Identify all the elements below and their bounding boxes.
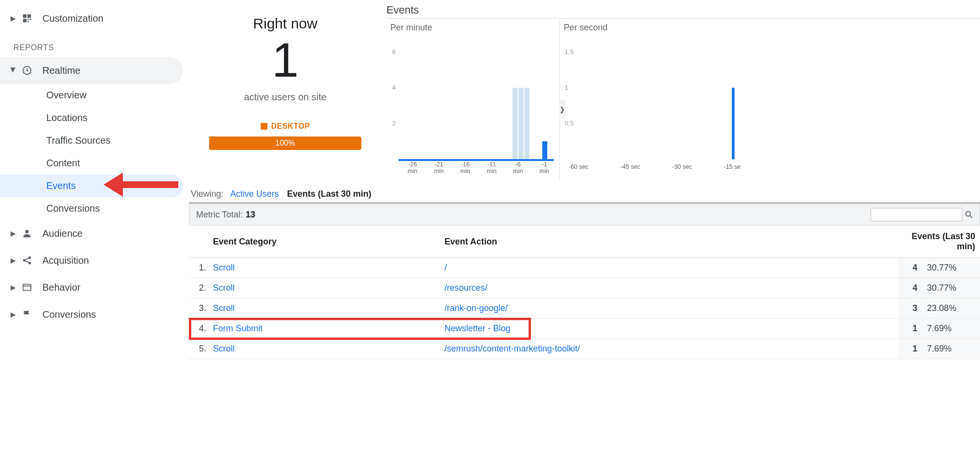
svg-rect-2: [23, 19, 26, 22]
rightnow-legend: DESKTOP: [189, 122, 382, 131]
event-count-cell: 4: [898, 278, 922, 298]
clock-icon: [20, 64, 34, 77]
nav-behavior[interactable]: ▶ Behavior: [0, 274, 183, 301]
event-action-cell[interactable]: Newsletter - Blog: [439, 319, 898, 339]
event-action-cell[interactable]: /: [439, 258, 898, 278]
legend-swatch: [261, 123, 267, 130]
svg-point-10: [28, 262, 31, 265]
row-index: 1.: [189, 258, 208, 278]
share-icon: [20, 254, 34, 267]
per-second-chart: Per second 0.511.5-60 sec-45 sec-30 sec-…: [560, 19, 743, 180]
event-category-cell[interactable]: Scroll: [208, 298, 439, 319]
svg-text:-15 sec: -15 sec: [724, 163, 740, 170]
metric-total-value: 13: [246, 210, 255, 220]
per-minute-chart: Per minute 246-26min-21min-16min-11min-6…: [386, 19, 560, 180]
svg-text:min: min: [461, 168, 470, 175]
sidebar-sub-traffic-sources[interactable]: Traffic Sources: [0, 129, 183, 152]
chart-label: Per minute: [389, 23, 556, 33]
svg-text:min: min: [540, 168, 549, 175]
rightnow-panel: Right now 1 active users on site DESKTOP…: [189, 4, 382, 150]
nav-acquisition[interactable]: ▶ Acquisition: [0, 247, 183, 274]
svg-text:-60 sec: -60 sec: [569, 163, 588, 170]
event-pct-cell: 30.77%: [922, 258, 980, 278]
nav-realtime[interactable]: ▶ Realtime: [0, 57, 183, 84]
event-action-cell[interactable]: /semrush/content-marketing-toolkit/: [439, 339, 898, 359]
table-search-input[interactable]: [871, 208, 962, 221]
event-category-cell[interactable]: Form Submit: [208, 319, 439, 339]
col-event-category[interactable]: Event Category: [208, 226, 439, 258]
svg-rect-11: [23, 284, 31, 291]
svg-point-9: [28, 256, 31, 259]
event-action-cell[interactable]: /rank-on-google/: [439, 298, 898, 319]
svg-text:-21: -21: [435, 161, 443, 168]
search-icon[interactable]: [962, 208, 976, 221]
per-minute-svg: 246-26min-21min-16min-11min-6min-1min: [389, 36, 556, 180]
svg-rect-17: [524, 88, 529, 159]
rightnow-bar: 100%: [209, 136, 361, 150]
event-category-cell[interactable]: Scroll: [208, 339, 439, 359]
metric-total-label: Metric Total:: [196, 210, 243, 220]
svg-point-40: [966, 211, 970, 216]
svg-text:-45 sec: -45 sec: [621, 163, 640, 170]
svg-rect-3: [27, 19, 29, 20]
svg-text:-16: -16: [461, 161, 470, 168]
svg-text:6: 6: [392, 48, 396, 55]
sidebar-sub-overview[interactable]: Overview: [0, 84, 183, 107]
svg-rect-18: [542, 141, 547, 159]
svg-rect-0: [23, 14, 26, 18]
nav-label: Conversions: [42, 309, 96, 320]
table-row: 5.Scroll/semrush/content-marketing-toolk…: [189, 339, 980, 359]
sidebar-sub-content[interactable]: Content: [0, 152, 183, 175]
col-event-action[interactable]: Event Action: [439, 226, 898, 258]
row-index: 2.: [189, 278, 208, 298]
rightnow-bar-pct: 100%: [276, 139, 295, 148]
svg-point-7: [25, 230, 28, 233]
event-category-cell[interactable]: Scroll: [208, 278, 439, 298]
sidebar-sub-locations[interactable]: Locations: [0, 107, 183, 129]
events-table: Event Category Event Action Events (Last…: [189, 226, 980, 359]
col-events-count[interactable]: Events (Last 30 min): [898, 226, 980, 258]
nav-conversions[interactable]: ▶ Conversions: [0, 301, 183, 328]
svg-text:min: min: [434, 168, 444, 175]
caret-right-icon: ▶: [11, 310, 16, 318]
table-row: 2.Scroll/resources/430.77%: [189, 278, 980, 298]
svg-text:-11: -11: [487, 161, 496, 168]
nav-label: Acquisition: [42, 255, 89, 266]
svg-rect-16: [518, 88, 523, 159]
event-category-cell[interactable]: Scroll: [208, 258, 439, 278]
charts-title: Events: [386, 4, 980, 16]
legend-label: DESKTOP: [271, 122, 310, 131]
svg-rect-35: [732, 88, 735, 159]
viewing-active-users-link[interactable]: Active Users: [230, 189, 279, 199]
behavior-icon: [20, 281, 34, 294]
sidebar-sub-events[interactable]: Events: [0, 175, 183, 197]
row-index: 5.: [189, 339, 208, 359]
nav-audience[interactable]: ▶ Audience: [0, 220, 183, 247]
viewing-row: Viewing: Active Users Events (Last 30 mi…: [189, 189, 980, 204]
event-count-cell: 4: [898, 258, 922, 278]
caret-down-icon: ▶: [10, 68, 17, 73]
table-row: 3.Scroll/rank-on-google/323.08%: [189, 298, 980, 319]
event-action-cell[interactable]: /resources/: [439, 278, 898, 298]
sidebar-sub-conversions[interactable]: Conversions: [0, 197, 183, 220]
svg-text:1: 1: [565, 84, 569, 91]
caret-right-icon: ▶: [11, 14, 16, 22]
chart-label: Per second: [563, 23, 740, 33]
svg-text:-1: -1: [542, 161, 547, 168]
svg-text:min: min: [408, 168, 417, 175]
event-count-cell: 1: [898, 339, 922, 359]
svg-text:4: 4: [392, 84, 396, 91]
svg-text:-30 sec: -30 sec: [672, 163, 692, 170]
row-index: 4.: [189, 319, 208, 339]
table-row: 1.Scroll/430.77%: [189, 258, 980, 278]
nav-customization[interactable]: ▶ Customization: [0, 5, 183, 32]
viewing-events-tab[interactable]: Events (Last 30 min): [287, 189, 371, 199]
event-pct-cell: 23.08%: [922, 298, 980, 319]
nav-label: Realtime: [42, 65, 80, 76]
person-icon: [20, 227, 34, 240]
svg-rect-15: [513, 88, 517, 159]
caret-right-icon: ▶: [11, 256, 16, 264]
sidebar: ▶ Customization REPORTS ▶ Realtime Overv…: [0, 0, 183, 459]
charts-panel: Events Per minute 246-26min-21min-16min-…: [382, 4, 980, 180]
main-content: Right now 1 active users on site DESKTOP…: [183, 0, 980, 459]
